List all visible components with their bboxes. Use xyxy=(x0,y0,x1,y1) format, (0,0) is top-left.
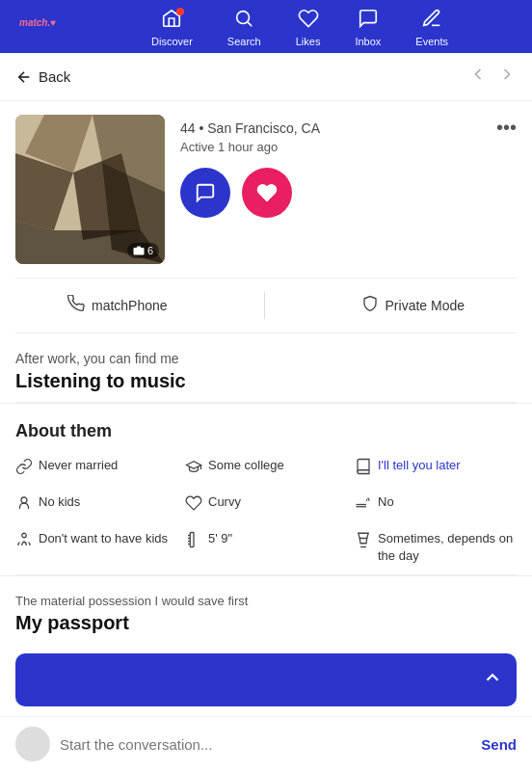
height-text: 5' 9" xyxy=(208,530,232,547)
smoking-text: No xyxy=(378,493,394,511)
prompt-answer: My passport xyxy=(15,612,517,634)
back-label: Back xyxy=(39,68,70,85)
about-item-religion: I'll tell you later xyxy=(355,457,517,480)
about-item-drinking: Sometimes, depends on the day xyxy=(355,530,517,565)
profile-nav-arrows xyxy=(468,65,517,89)
height-icon xyxy=(185,531,202,553)
blue-card-chevron-icon xyxy=(482,667,503,693)
about-section: About them Never married Some college I'… xyxy=(0,403,532,574)
profile-info: 44 • San Francisco, CA Active 1 hour ago xyxy=(180,115,517,218)
user-avatar xyxy=(15,727,50,761)
activity-value: Listening to music xyxy=(15,370,517,392)
about-item-want-kids: Don't want to have kids xyxy=(15,530,177,565)
about-item-height: 5' 9" xyxy=(185,530,347,565)
svg-rect-15 xyxy=(190,533,194,547)
private-mode-label: Private Mode xyxy=(386,298,465,313)
profile-meta: 44 • San Francisco, CA xyxy=(180,120,517,136)
nav-discover[interactable]: Discover xyxy=(134,8,210,47)
logo-dot: ♥ xyxy=(50,16,56,27)
education-icon xyxy=(185,458,202,480)
nav-likes-label: Likes xyxy=(296,36,321,47)
about-item-body: Curvy xyxy=(185,493,347,517)
nav-inbox[interactable]: Inbox xyxy=(337,8,398,47)
matchphone-icon xyxy=(67,295,85,317)
svg-point-0 xyxy=(237,12,250,24)
prompt-label: The material possession I would save fir… xyxy=(15,594,517,608)
svg-line-1 xyxy=(248,22,252,26)
nav-search-label: Search xyxy=(227,36,261,47)
like-button[interactable] xyxy=(242,168,292,218)
message-input[interactable] xyxy=(60,736,471,753)
nav-inbox-label: Inbox xyxy=(355,36,381,47)
smoking-icon xyxy=(355,494,372,517)
inbox-icon xyxy=(358,8,379,34)
activity-label: After work, you can find me xyxy=(15,351,517,366)
nav-events[interactable]: Events xyxy=(398,8,466,47)
private-mode-feature[interactable]: Private Mode xyxy=(361,295,465,317)
about-item-smoking: No xyxy=(355,493,517,517)
message-bar: Send xyxy=(0,716,532,771)
about-grid: Never married Some college I'll tell you… xyxy=(15,457,517,565)
svg-point-11 xyxy=(21,497,27,503)
want-kids-icon xyxy=(15,531,33,553)
events-icon xyxy=(421,8,442,34)
drinking-icon xyxy=(355,531,372,553)
discover-icon xyxy=(161,8,182,34)
header-bar: Back xyxy=(0,53,532,101)
kids-text: No kids xyxy=(39,493,80,511)
photo-placeholder xyxy=(15,115,165,264)
send-button[interactable]: Send xyxy=(481,736,517,753)
matchphone-label: matchPhone xyxy=(92,298,168,313)
likes-icon xyxy=(298,8,319,34)
private-mode-icon xyxy=(361,295,379,317)
back-button[interactable]: Back xyxy=(15,68,70,86)
blue-card[interactable] xyxy=(15,653,517,706)
photo-count: 6 xyxy=(127,243,159,258)
profile-photo[interactable]: 6 xyxy=(15,115,165,264)
about-item-kids: No kids xyxy=(15,493,177,517)
more-options-button[interactable]: ••• xyxy=(496,117,517,139)
photo-count-number: 6 xyxy=(147,245,153,256)
nav-discover-label: Discover xyxy=(151,36,193,47)
nav-likes[interactable]: Likes xyxy=(279,8,338,47)
marital-icon xyxy=(15,458,33,480)
nav-search[interactable]: Search xyxy=(210,8,279,47)
marital-text: Never married xyxy=(39,457,118,474)
next-profile-arrow[interactable] xyxy=(497,65,517,89)
want-kids-text: Don't want to have kids xyxy=(39,530,168,547)
kids-icon xyxy=(15,494,33,517)
activity-section: After work, you can find me Listening to… xyxy=(0,333,532,402)
prev-profile-arrow[interactable] xyxy=(468,65,488,89)
message-button[interactable] xyxy=(180,168,230,218)
top-navigation: match.♥ Discover Search Likes Inbo xyxy=(0,0,532,53)
feature-row: matchPhone Private Mode xyxy=(0,279,532,332)
feature-divider xyxy=(264,292,265,319)
svg-point-14 xyxy=(22,533,27,538)
action-buttons xyxy=(180,168,517,218)
active-status: Active 1 hour ago xyxy=(180,140,517,154)
about-item-marital: Never married xyxy=(15,457,177,480)
prompt-section: The material possession I would save fir… xyxy=(0,575,532,644)
religion-text: I'll tell you later xyxy=(378,457,461,474)
discover-badge xyxy=(176,8,184,15)
drinking-text: Sometimes, depends on the day xyxy=(378,530,517,565)
matchphone-feature[interactable]: matchPhone xyxy=(67,295,168,317)
nav-events-label: Events xyxy=(415,36,448,47)
education-text: Some college xyxy=(208,457,284,474)
search-icon xyxy=(233,8,254,34)
logo-text: match. xyxy=(19,16,50,27)
about-item-education: Some college xyxy=(185,457,347,480)
app-logo: match.♥ xyxy=(10,14,66,40)
body-text: Curvy xyxy=(208,493,241,511)
profile-section: 6 44 • San Francisco, CA Active 1 hour a… xyxy=(0,101,532,278)
nav-items: Discover Search Likes Inbox Events xyxy=(134,8,466,47)
about-title: About them xyxy=(15,421,517,441)
religion-icon xyxy=(355,458,372,480)
body-icon xyxy=(185,494,202,517)
